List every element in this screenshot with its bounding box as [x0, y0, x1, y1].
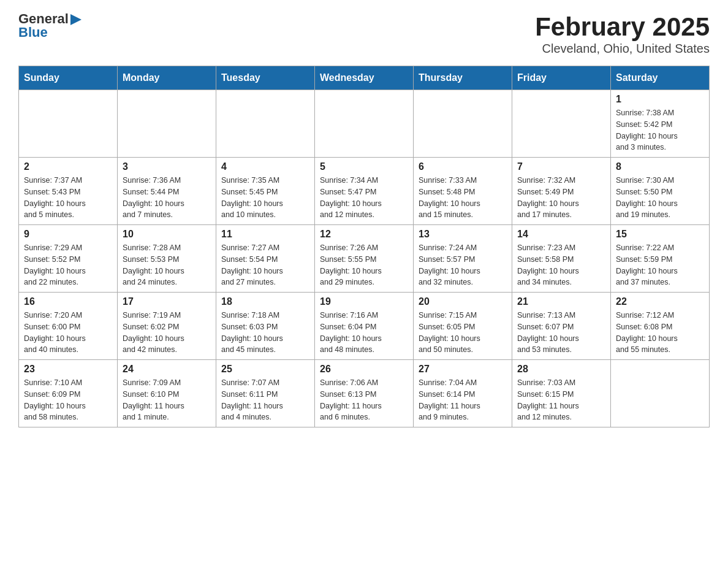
day-info: Sunrise: 7:32 AM Sunset: 5:49 PM Dayligh…	[517, 175, 605, 221]
calendar-day-cell: 15Sunrise: 7:22 AM Sunset: 5:59 PM Dayli…	[611, 225, 710, 293]
calendar-day-cell: 16Sunrise: 7:20 AM Sunset: 6:00 PM Dayli…	[19, 293, 118, 360]
day-number: 12	[320, 229, 408, 240]
day-info: Sunrise: 7:15 AM Sunset: 6:05 PM Dayligh…	[419, 310, 507, 356]
logo-blue-text: Blue	[18, 25, 48, 40]
calendar-week-row: 23Sunrise: 7:10 AM Sunset: 6:09 PM Dayli…	[19, 360, 710, 427]
day-info: Sunrise: 7:34 AM Sunset: 5:47 PM Dayligh…	[320, 175, 408, 221]
calendar-day-cell: 9Sunrise: 7:29 AM Sunset: 5:52 PM Daylig…	[19, 225, 118, 293]
weekday-header-thursday: Thursday	[414, 66, 512, 90]
day-info: Sunrise: 7:07 AM Sunset: 6:11 PM Dayligh…	[221, 377, 309, 423]
day-info: Sunrise: 7:20 AM Sunset: 6:00 PM Dayligh…	[24, 310, 112, 356]
logo-arrow-icon	[70, 14, 82, 25]
day-info: Sunrise: 7:24 AM Sunset: 5:57 PM Dayligh…	[419, 242, 507, 288]
calendar-week-row: 16Sunrise: 7:20 AM Sunset: 6:00 PM Dayli…	[19, 293, 710, 360]
calendar-day-cell: 27Sunrise: 7:04 AM Sunset: 6:14 PM Dayli…	[414, 360, 512, 427]
calendar-day-cell: 21Sunrise: 7:13 AM Sunset: 6:07 PM Dayli…	[512, 293, 611, 360]
day-number: 8	[616, 161, 704, 172]
day-number: 5	[320, 161, 408, 172]
calendar-day-cell: 10Sunrise: 7:28 AM Sunset: 5:53 PM Dayli…	[118, 225, 216, 293]
page-header: General Blue February 2025 Cleveland, Oh…	[18, 12, 710, 56]
day-info: Sunrise: 7:10 AM Sunset: 6:09 PM Dayligh…	[24, 377, 112, 423]
calendar-week-row: 2Sunrise: 7:37 AM Sunset: 5:43 PM Daylig…	[19, 158, 710, 225]
calendar-day-cell: 22Sunrise: 7:12 AM Sunset: 6:08 PM Dayli…	[611, 293, 710, 360]
logo: General Blue	[18, 12, 82, 39]
day-info: Sunrise: 7:04 AM Sunset: 6:14 PM Dayligh…	[419, 377, 507, 423]
day-number: 4	[221, 161, 309, 172]
calendar-week-row: 9Sunrise: 7:29 AM Sunset: 5:52 PM Daylig…	[19, 225, 710, 293]
calendar-day-cell: 28Sunrise: 7:03 AM Sunset: 6:15 PM Dayli…	[512, 360, 611, 427]
day-number: 11	[221, 229, 309, 240]
weekday-header-sunday: Sunday	[19, 66, 118, 90]
calendar-day-cell	[315, 90, 414, 158]
calendar-table: SundayMondayTuesdayWednesdayThursdayFrid…	[18, 66, 710, 427]
calendar-day-cell: 24Sunrise: 7:09 AM Sunset: 6:10 PM Dayli…	[118, 360, 216, 427]
day-info: Sunrise: 7:35 AM Sunset: 5:45 PM Dayligh…	[221, 175, 309, 221]
day-number: 6	[419, 161, 507, 172]
day-info: Sunrise: 7:26 AM Sunset: 5:55 PM Dayligh…	[320, 242, 408, 288]
calendar-day-cell: 6Sunrise: 7:33 AM Sunset: 5:48 PM Daylig…	[414, 158, 512, 225]
weekday-header-saturday: Saturday	[611, 66, 710, 90]
day-number: 14	[517, 229, 605, 240]
calendar-day-cell: 19Sunrise: 7:16 AM Sunset: 6:04 PM Dayli…	[315, 293, 414, 360]
day-info: Sunrise: 7:18 AM Sunset: 6:03 PM Dayligh…	[221, 310, 309, 356]
day-number: 19	[320, 296, 408, 307]
calendar-day-cell: 4Sunrise: 7:35 AM Sunset: 5:45 PM Daylig…	[216, 158, 315, 225]
logo-general-text: General	[18, 12, 69, 26]
weekday-header-wednesday: Wednesday	[315, 66, 414, 90]
day-info: Sunrise: 7:03 AM Sunset: 6:15 PM Dayligh…	[517, 377, 605, 423]
day-number: 26	[320, 364, 408, 375]
calendar-day-cell	[512, 90, 611, 158]
calendar-day-cell: 26Sunrise: 7:06 AM Sunset: 6:13 PM Dayli…	[315, 360, 414, 427]
svg-marker-0	[70, 14, 82, 25]
day-info: Sunrise: 7:06 AM Sunset: 6:13 PM Dayligh…	[320, 377, 408, 423]
day-info: Sunrise: 7:23 AM Sunset: 5:58 PM Dayligh…	[517, 242, 605, 288]
calendar-day-cell: 13Sunrise: 7:24 AM Sunset: 5:57 PM Dayli…	[414, 225, 512, 293]
day-info: Sunrise: 7:22 AM Sunset: 5:59 PM Dayligh…	[616, 242, 704, 288]
day-number: 3	[123, 161, 211, 172]
day-info: Sunrise: 7:12 AM Sunset: 6:08 PM Dayligh…	[616, 310, 704, 356]
calendar-day-cell: 11Sunrise: 7:27 AM Sunset: 5:54 PM Dayli…	[216, 225, 315, 293]
calendar-day-cell: 1Sunrise: 7:38 AM Sunset: 5:42 PM Daylig…	[611, 90, 710, 158]
day-info: Sunrise: 7:27 AM Sunset: 5:54 PM Dayligh…	[221, 242, 309, 288]
calendar-day-cell: 25Sunrise: 7:07 AM Sunset: 6:11 PM Dayli…	[216, 360, 315, 427]
calendar-day-cell: 20Sunrise: 7:15 AM Sunset: 6:05 PM Dayli…	[414, 293, 512, 360]
calendar-day-cell: 17Sunrise: 7:19 AM Sunset: 6:02 PM Dayli…	[118, 293, 216, 360]
day-number: 23	[24, 364, 112, 375]
day-number: 13	[419, 229, 507, 240]
day-info: Sunrise: 7:19 AM Sunset: 6:02 PM Dayligh…	[123, 310, 211, 356]
day-number: 2	[24, 161, 112, 172]
calendar-day-cell: 2Sunrise: 7:37 AM Sunset: 5:43 PM Daylig…	[19, 158, 118, 225]
day-number: 24	[123, 364, 211, 375]
day-number: 7	[517, 161, 605, 172]
day-number: 15	[616, 229, 704, 240]
day-number: 27	[419, 364, 507, 375]
day-info: Sunrise: 7:09 AM Sunset: 6:10 PM Dayligh…	[123, 377, 211, 423]
day-number: 28	[517, 364, 605, 375]
day-number: 17	[123, 296, 211, 307]
calendar-week-row: 1Sunrise: 7:38 AM Sunset: 5:42 PM Daylig…	[19, 90, 710, 158]
day-number: 25	[221, 364, 309, 375]
day-info: Sunrise: 7:36 AM Sunset: 5:44 PM Dayligh…	[123, 175, 211, 221]
day-number: 22	[616, 296, 704, 307]
calendar-day-cell: 23Sunrise: 7:10 AM Sunset: 6:09 PM Dayli…	[19, 360, 118, 427]
calendar-day-cell: 8Sunrise: 7:30 AM Sunset: 5:50 PM Daylig…	[611, 158, 710, 225]
day-info: Sunrise: 7:16 AM Sunset: 6:04 PM Dayligh…	[320, 310, 408, 356]
day-info: Sunrise: 7:33 AM Sunset: 5:48 PM Dayligh…	[419, 175, 507, 221]
calendar-day-cell	[611, 360, 710, 427]
calendar-day-cell: 3Sunrise: 7:36 AM Sunset: 5:44 PM Daylig…	[118, 158, 216, 225]
calendar-day-cell	[118, 90, 216, 158]
day-info: Sunrise: 7:29 AM Sunset: 5:52 PM Dayligh…	[24, 242, 112, 288]
day-number: 21	[517, 296, 605, 307]
day-number: 20	[419, 296, 507, 307]
calendar-day-cell: 5Sunrise: 7:34 AM Sunset: 5:47 PM Daylig…	[315, 158, 414, 225]
calendar-day-cell	[414, 90, 512, 158]
day-info: Sunrise: 7:37 AM Sunset: 5:43 PM Dayligh…	[24, 175, 112, 221]
calendar-day-cell	[19, 90, 118, 158]
day-number: 9	[24, 229, 112, 240]
title-block: February 2025 Cleveland, Ohio, United St…	[535, 12, 710, 56]
day-info: Sunrise: 7:13 AM Sunset: 6:07 PM Dayligh…	[517, 310, 605, 356]
weekday-header-friday: Friday	[512, 66, 611, 90]
calendar-day-cell: 7Sunrise: 7:32 AM Sunset: 5:49 PM Daylig…	[512, 158, 611, 225]
day-number: 1	[616, 94, 704, 105]
calendar-header-row: SundayMondayTuesdayWednesdayThursdayFrid…	[19, 66, 710, 90]
